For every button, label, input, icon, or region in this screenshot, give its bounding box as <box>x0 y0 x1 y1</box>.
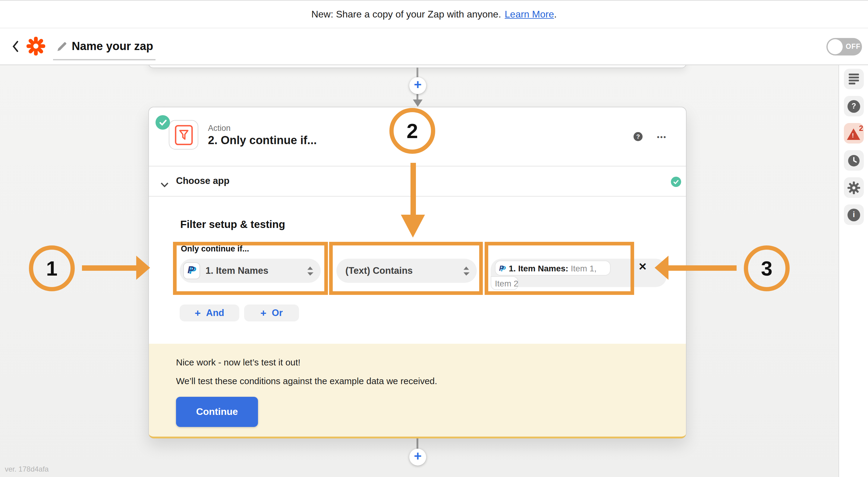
plus-icon: + <box>414 450 422 463</box>
select-arrows-icon <box>463 266 470 276</box>
chevron-left-icon <box>11 40 20 53</box>
paypal-icon: P P <box>183 262 200 279</box>
history-button[interactable] <box>844 150 864 171</box>
warnings-button[interactable]: ! 2 <box>844 123 864 144</box>
annotation-arrowhead-left-icon <box>655 256 669 280</box>
mapped-value-tag[interactable]: P P 1. Item Names: Item 1, <box>495 261 611 276</box>
question-mark-icon: ? <box>847 100 860 113</box>
zap-name-underline <box>53 59 156 60</box>
tag-field-value: Item 1, <box>571 263 597 273</box>
add-step-button-top[interactable]: + <box>409 77 426 94</box>
back-button[interactable] <box>11 40 20 56</box>
clock-icon <box>847 154 860 167</box>
zapier-logo-icon[interactable] <box>27 37 45 58</box>
editor-sidebar: ? ! 2 <box>838 65 868 477</box>
settings-button[interactable] <box>844 177 864 198</box>
condition-operator-dropdown[interactable]: (Text) Contains <box>336 259 477 283</box>
paypal-icon: P P <box>498 263 507 273</box>
step-connector-line <box>416 439 418 449</box>
choose-app-label: Choose app <box>176 176 229 186</box>
zap-on-off-toggle[interactable]: OFF <box>827 38 862 56</box>
test-note-panel: Nice work - now let’s test it out! We’ll… <box>149 344 686 439</box>
select-arrows-icon <box>307 266 313 276</box>
edit-pencil-icon[interactable] <box>56 41 67 55</box>
action-step-card: Action 2. Only continue if... ? ••• Choo… <box>148 107 687 439</box>
step-connector-line <box>416 67 418 78</box>
tag-field-value-2: Item 2 <box>495 278 518 288</box>
connector-arrowhead-icon <box>413 99 423 107</box>
chevron-down-icon <box>160 179 169 190</box>
choose-app-section-header[interactable]: Choose app <box>149 166 686 197</box>
gear-icon <box>847 181 860 194</box>
version-label: ver. 178d4afa <box>5 465 49 473</box>
warnings-count-badge: 2 <box>859 124 863 133</box>
add-or-condition-button[interactable]: + Or <box>244 304 299 321</box>
section-complete-check-icon <box>671 177 681 187</box>
zap-editor-window: New: Share a copy of your Zap with anyon… <box>0 0 868 477</box>
notes-button[interactable] <box>844 69 864 89</box>
mapped-value-tag-wrap[interactable]: Item 2 <box>491 276 518 290</box>
annotation-number-3: 3 <box>744 245 789 291</box>
condition-label: Only continue if... <box>181 244 249 253</box>
test-note-line1: Nice work - now let’s test it out! <box>176 357 301 367</box>
tag-field-name: 1. Item Names: <box>509 263 568 273</box>
add-and-condition-button[interactable]: + And <box>180 304 239 321</box>
annotation-arrowhead-right-icon <box>136 256 150 280</box>
condition-operator-value: (Text) Contains <box>345 265 463 276</box>
condition-field-dropdown[interactable]: P P 1. Item Names <box>180 259 321 283</box>
annotation-number-1: 1 <box>29 245 75 291</box>
learn-more-link[interactable]: Learn More <box>505 9 554 20</box>
step-title: 2. Only continue if... <box>208 134 317 147</box>
banner-suffix: . <box>554 9 557 20</box>
plus-icon: + <box>195 308 201 318</box>
step-help-button[interactable]: ? <box>633 132 643 141</box>
condition-field-value: 1. Item Names <box>206 265 307 276</box>
filter-section-heading: Filter setup & testing <box>180 218 285 231</box>
annotation-arrow-right <box>82 265 137 270</box>
add-step-button-bottom[interactable]: + <box>409 449 426 466</box>
continue-button[interactable]: Continue <box>176 397 258 427</box>
step-complete-check-icon <box>156 115 170 130</box>
toggle-state-label: OFF <box>846 43 861 50</box>
plus-icon: + <box>260 308 267 318</box>
question-mark-icon: ? <box>636 133 640 140</box>
toggle-knob <box>828 39 843 54</box>
help-button[interactable]: ? <box>844 96 864 116</box>
annotation-arrow-left <box>669 265 737 270</box>
step-menu-button[interactable]: ••• <box>657 133 667 141</box>
step-kind-label: Action <box>208 124 230 133</box>
ellipsis-icon: ••• <box>657 133 667 141</box>
filter-app-icon <box>169 120 198 150</box>
zap-name-field[interactable]: Name your zap <box>72 40 153 53</box>
document-lines-icon <box>849 73 859 84</box>
info-icon: i <box>847 208 860 221</box>
annotation-number-2: 2 <box>390 108 435 154</box>
warning-triangle-icon: ! 2 <box>847 127 861 140</box>
filter-funnel-icon <box>174 124 193 146</box>
plus-icon: + <box>414 79 422 92</box>
info-button[interactable]: i <box>844 204 864 225</box>
zap-canvas: + Action 2. Only continue if... ? ••• <box>0 65 838 477</box>
editor-header: Name your zap OFF <box>0 28 868 65</box>
annotation-arrow-down <box>410 163 415 215</box>
announcement-banner: New: Share a copy of your Zap with anyon… <box>0 0 868 28</box>
test-note-line2: We’ll test these conditions against the … <box>176 376 437 386</box>
banner-text: New: Share a copy of your Zap with anyon… <box>311 9 501 20</box>
step-connector-line <box>416 94 418 100</box>
annotation-arrowhead-down-icon <box>401 215 425 238</box>
remove-condition-button[interactable]: ✕ <box>638 261 647 273</box>
close-icon: ✕ <box>638 261 647 273</box>
